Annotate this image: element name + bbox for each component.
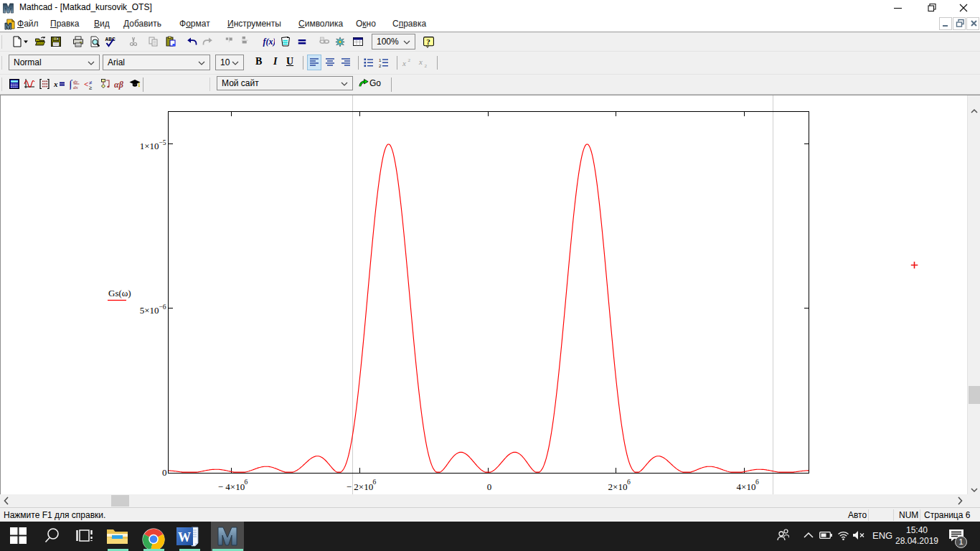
svg-text:5×10: 5×10: [140, 305, 159, 316]
svg-text:dx: dx: [73, 85, 79, 90]
svg-text:<: <: [84, 80, 88, 88]
svg-text:x: x: [402, 59, 406, 67]
svg-text:x: x: [54, 80, 58, 88]
svg-text:6: 6: [627, 479, 631, 486]
svg-text:6: 6: [755, 479, 759, 486]
svg-text:−6: −6: [159, 303, 166, 311]
svg-text:0: 0: [162, 467, 167, 478]
svg-text:6: 6: [373, 479, 377, 486]
svg-text:1: 1: [379, 58, 382, 62]
svg-text:1×10: 1×10: [140, 141, 159, 151]
svg-text:?: ?: [426, 37, 430, 46]
svg-text:−5: −5: [159, 139, 166, 146]
svg-text:− 4×10: − 4×10: [218, 481, 245, 492]
svg-text:2×10: 2×10: [608, 481, 628, 492]
svg-text:2: 2: [425, 63, 428, 68]
svg-text:0: 0: [487, 481, 492, 492]
svg-text:W: W: [178, 530, 191, 545]
svg-text:Gs(ω): Gs(ω): [108, 288, 131, 298]
svg-text:≥: ≥: [89, 85, 93, 90]
svg-text:αβ: αβ: [114, 80, 124, 90]
svg-text:2: 2: [408, 57, 411, 63]
svg-text:f(x): f(x): [263, 37, 275, 47]
svg-text:6: 6: [245, 479, 248, 486]
svg-text:− 2×10: − 2×10: [347, 481, 373, 492]
svg-text:2: 2: [379, 64, 382, 68]
svg-text:x: x: [418, 57, 423, 66]
svg-text:4×10: 4×10: [737, 481, 756, 492]
